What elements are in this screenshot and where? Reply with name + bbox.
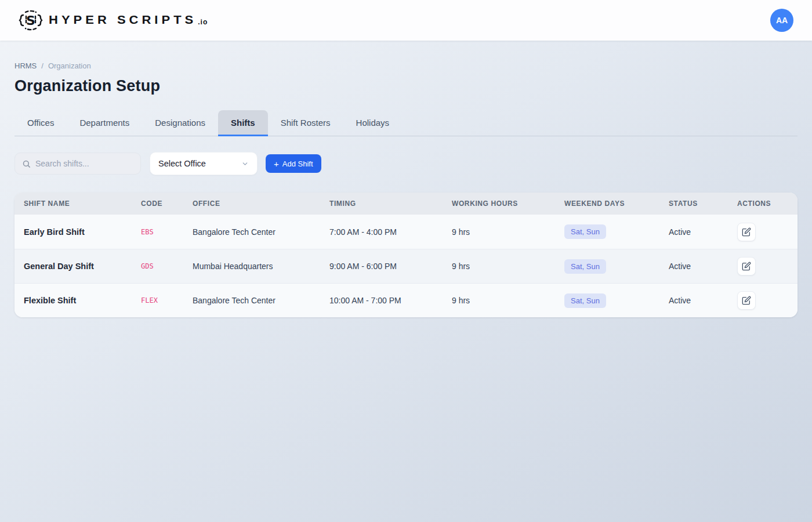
office-select-value: Select Office (158, 159, 206, 168)
cell-weekend-days: Sat, Sun (564, 259, 669, 274)
cell-code: GDS (141, 262, 193, 270)
brand-name: HYPER SCRIPTS (49, 13, 197, 27)
table-body: Early Bird Shift EBS Bangalore Tech Cent… (14, 215, 798, 317)
top-bar: S HYPER SCRIPTS .io AA (0, 0, 812, 41)
plus-icon: + (274, 160, 279, 168)
breadcrumb: HRMS / Organization (14, 61, 798, 70)
breadcrumb-organization: Organization (48, 61, 91, 70)
col-shift-name: Shift Name (24, 200, 141, 208)
col-working-hours: Working Hours (452, 200, 564, 208)
brand-logo: S HYPER SCRIPTS .io (19, 8, 208, 32)
cell-status: Active (669, 262, 737, 271)
cell-status: Active (669, 296, 737, 305)
edit-icon (742, 262, 751, 271)
brand-suffix: .io (198, 18, 208, 26)
weekend-days-badge: Sat, Sun (564, 259, 606, 274)
col-office: Office (193, 200, 329, 208)
cell-working-hours: 9 hrs (452, 227, 564, 237)
tab-holidays[interactable]: Holidays (343, 110, 403, 136)
breadcrumb-hrms[interactable]: HRMS (14, 61, 37, 70)
weekend-days-badge: Sat, Sun (564, 293, 606, 308)
cell-actions (737, 223, 788, 241)
edit-shift-button[interactable] (737, 257, 756, 276)
main-content: HRMS / Organization Organization Setup O… (0, 61, 812, 317)
svg-text:S: S (26, 13, 35, 28)
add-shift-label: Add Shift (282, 160, 313, 168)
table-row: General Day Shift GDS Mumbai Headquarter… (14, 249, 798, 283)
table-row: Flexible Shift FLEX Bangalore Tech Cente… (14, 283, 798, 317)
cell-weekend-days: Sat, Sun (564, 293, 669, 308)
tab-shifts[interactable]: Shifts (218, 110, 268, 136)
chevron-down-icon (241, 160, 249, 168)
table-header-row: Shift Name Code Office Timing Working Ho… (14, 193, 798, 215)
cell-status: Active (669, 227, 737, 237)
search-icon (22, 160, 31, 168)
tab-departments[interactable]: Departments (67, 110, 142, 136)
cell-office: Bangalore Tech Center (193, 227, 329, 237)
edit-icon (742, 227, 751, 237)
tab-shift-rosters[interactable]: Shift Rosters (268, 110, 343, 136)
col-timing: Timing (329, 200, 452, 208)
col-weekend-days: Weekend Days (564, 200, 669, 208)
cell-shift-name: General Day Shift (24, 262, 141, 271)
tab-bar: Offices Departments Designations Shifts … (14, 110, 798, 136)
edit-shift-button[interactable] (737, 223, 756, 241)
weekend-days-badge: Sat, Sun (564, 224, 606, 239)
tab-designations[interactable]: Designations (142, 110, 218, 136)
cell-timing: 7:00 AM - 4:00 PM (329, 227, 452, 237)
table-row: Early Bird Shift EBS Bangalore Tech Cent… (14, 215, 798, 249)
cell-office: Mumbai Headquarters (193, 262, 329, 271)
col-actions: Actions (737, 200, 788, 208)
cell-code: EBS (141, 228, 193, 236)
cell-timing: 9:00 AM - 6:00 PM (329, 262, 452, 271)
user-avatar[interactable]: AA (770, 9, 793, 32)
page-title: Organization Setup (14, 77, 798, 95)
cell-weekend-days: Sat, Sun (564, 224, 669, 239)
edit-shift-button[interactable] (737, 291, 756, 310)
cell-office: Bangalore Tech Center (193, 296, 329, 305)
shifts-toolbar: Select Office + Add Shift (14, 152, 798, 175)
cell-shift-name: Flexible Shift (24, 296, 141, 305)
add-shift-button[interactable]: + Add Shift (266, 154, 321, 173)
edit-icon (742, 296, 751, 305)
cell-actions (737, 291, 788, 310)
cell-shift-name: Early Bird Shift (24, 227, 141, 237)
shifts-table: Shift Name Code Office Timing Working Ho… (14, 193, 798, 317)
cell-working-hours: 9 hrs (452, 296, 564, 305)
cell-working-hours: 9 hrs (452, 262, 564, 271)
office-select[interactable]: Select Office (150, 152, 258, 175)
cell-code: FLEX (141, 296, 193, 304)
cell-actions (737, 257, 788, 276)
search-input[interactable] (35, 159, 133, 168)
tab-offices[interactable]: Offices (14, 110, 67, 136)
breadcrumb-separator: / (41, 61, 44, 70)
col-status: Status (669, 200, 737, 208)
col-code: Code (141, 200, 193, 208)
search-box[interactable] (14, 153, 141, 175)
brand-emblem-icon: S (19, 8, 43, 32)
cell-timing: 10:00 AM - 7:00 PM (329, 296, 452, 305)
